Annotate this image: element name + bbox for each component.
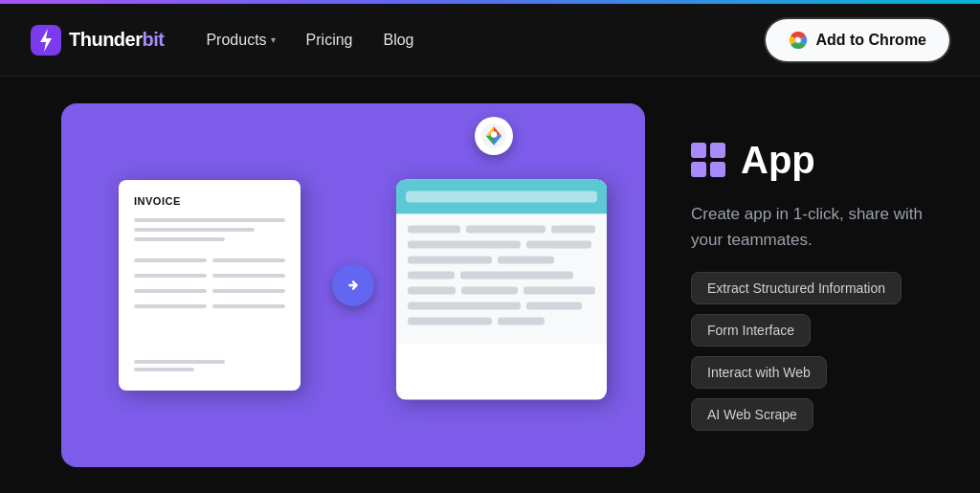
browser-card	[396, 179, 607, 399]
tag-extract-structured[interactable]: Extract Structured Information	[691, 272, 902, 304]
add-to-chrome-button[interactable]: Add to Chrome	[766, 19, 949, 61]
svg-point-7	[491, 131, 498, 138]
nav-item-blog[interactable]: Blog	[371, 24, 425, 56]
nav-item-pricing[interactable]: Pricing	[295, 24, 365, 56]
thunderbit-logo-icon	[31, 25, 61, 56]
arrow-icon	[332, 264, 374, 306]
hero-illustration: INVOICE	[61, 103, 645, 467]
app-grid-icon	[691, 143, 725, 177]
main-content: INVOICE	[0, 77, 980, 493]
chrome-icon	[789, 31, 808, 50]
app-description: Create app in 1-click, share with your t…	[691, 201, 934, 253]
invoice-title: INVOICE	[134, 195, 285, 207]
tag-ai-web-scrape[interactable]: AI Web Scrape	[691, 398, 813, 431]
nav-item-products[interactable]: Products ▾	[194, 24, 286, 56]
hero-right-content: App Create app in 1-click, share with yo…	[645, 139, 980, 431]
svg-point-4	[796, 37, 802, 43]
app-title: App	[741, 139, 815, 182]
nav-links: Products ▾ Pricing Blog	[194, 24, 766, 56]
thunderbit-overlay-icon	[475, 117, 513, 155]
tag-form-interface[interactable]: Form Interface	[691, 314, 811, 347]
feature-tags: Extract Structured Information Form Inte…	[691, 272, 934, 431]
logo-text: Thunderbit	[69, 29, 164, 51]
invoice-card: INVOICE	[119, 180, 301, 391]
logo[interactable]: Thunderbit	[31, 25, 164, 56]
chevron-down-icon: ▾	[271, 34, 276, 45]
tag-interact-web[interactable]: Interact with Web	[691, 356, 827, 389]
navbar: Thunderbit Products ▾ Pricing Blog	[0, 4, 980, 77]
app-title-row: App	[691, 139, 934, 182]
